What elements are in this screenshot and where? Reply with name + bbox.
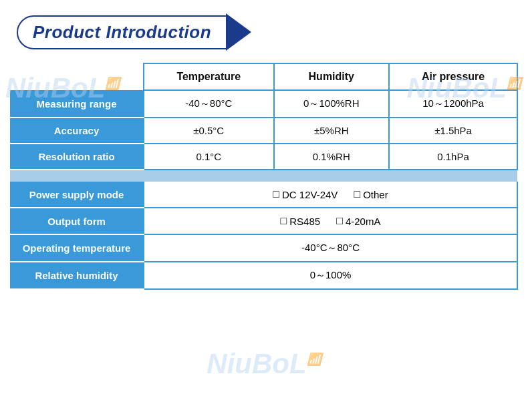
page-title: Product Introduction	[33, 22, 211, 43]
title-box: Product Introduction	[17, 15, 227, 49]
header-empty	[10, 63, 144, 90]
table-row: Power supply mode DC 12V-24V Other	[10, 182, 517, 208]
checkbox-4-20ma: 4-20mA	[336, 215, 380, 227]
title-arrow	[226, 13, 251, 51]
header-air-pressure: Air pressure	[389, 63, 517, 90]
row-label-output-form: Output form	[10, 208, 144, 234]
title-area: Product Introduction	[10, 13, 518, 51]
row-label-measuring-range: Measuring range	[10, 90, 144, 118]
table-row: Measuring range -40～80°C 0～100%RH 10～120…	[10, 90, 517, 118]
spec-table: Temperature Humidity Air pressure Measur…	[10, 63, 518, 290]
cell-temp-resolution: 0.1°C	[144, 144, 274, 170]
cell-hum-resolution: 0.1%RH	[274, 144, 390, 170]
header-temperature: Temperature	[144, 63, 274, 90]
row-label-operating-temp: Operating temperature	[10, 234, 144, 262]
cell-relative-humidity: 0～100%	[144, 262, 517, 289]
header-humidity: Humidity	[274, 63, 390, 90]
cell-temp-accuracy: ±0.5°C	[144, 118, 274, 144]
row-label-resolution: Resolution ratio	[10, 144, 144, 170]
table-row: Relative humidity 0～100%	[10, 262, 517, 289]
cell-hum-accuracy: ±5%RH	[274, 118, 390, 144]
table-row: Accuracy ±0.5°C ±5%RH ±1.5hPa	[10, 118, 517, 144]
row-label-relative-humidity: Relative humidity	[10, 262, 144, 289]
spacer-row	[10, 170, 517, 182]
table-header-row: Temperature Humidity Air pressure	[10, 63, 517, 90]
checkbox-other: Other	[354, 188, 388, 200]
page-wrapper: Product Introduction NiuBoL📶 NiuBoL📶 Niu…	[0, 0, 528, 420]
cell-temp-measuring: -40～80°C	[144, 90, 274, 118]
checkbox-rs485: RS485	[281, 215, 321, 227]
cell-pres-measuring: 10～1200hPa	[389, 90, 517, 118]
watermark-bottom: NiuBoL📶	[207, 348, 321, 380]
row-label-accuracy: Accuracy	[10, 118, 144, 144]
spacer-cell	[10, 170, 517, 182]
table-row: Resolution ratio 0.1°C 0.1%RH 0.1hPa	[10, 144, 517, 170]
cell-power-supply: DC 12V-24V Other	[144, 182, 517, 208]
cell-operating-temp: -40°C～80°C	[144, 234, 517, 262]
checkbox-dc: DC 12V-24V	[273, 188, 338, 200]
table-row: Operating temperature -40°C～80°C	[10, 234, 517, 262]
row-label-power-supply: Power supply mode	[10, 182, 144, 208]
cell-pres-resolution: 0.1hPa	[389, 144, 517, 170]
table-row: Output form RS485 4-20mA	[10, 208, 517, 234]
cell-hum-measuring: 0～100%RH	[274, 90, 390, 118]
cell-pres-accuracy: ±1.5hPa	[389, 118, 517, 144]
cell-output-form: RS485 4-20mA	[144, 208, 517, 234]
